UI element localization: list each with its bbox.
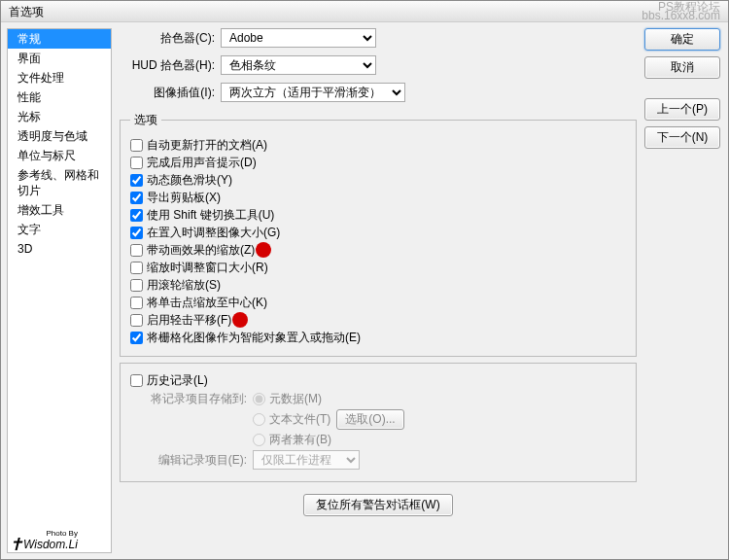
option-label: 导出剪贴板(X) bbox=[147, 189, 221, 206]
main-panel: 拾色器(C): Adobe HUD 拾色器(H): 色相条纹 图像插值(I): … bbox=[112, 22, 644, 559]
options-legend: 选项 bbox=[130, 112, 161, 128]
sidebar-item[interactable]: 常规 bbox=[8, 29, 111, 49]
sidebar-item[interactable]: 文字 bbox=[8, 220, 111, 239]
option-row: 用滚轮缩放(S) bbox=[130, 276, 626, 294]
history-radio-both[interactable] bbox=[253, 434, 265, 446]
option-label: 自动更新打开的文档(A) bbox=[147, 136, 267, 154]
option-row: 使用 Shift 键切换工具(U) bbox=[130, 206, 626, 224]
option-checkbox[interactable] bbox=[130, 227, 143, 239]
option-row: 完成后用声音提示(D) bbox=[130, 154, 626, 171]
option-label: 将栅格化图像作为智能对象置入或拖动(E) bbox=[147, 329, 361, 346]
category-sidebar: 常规界面文件处理性能光标透明度与色域单位与标尺参考线、网格和切片增效工具文字3D bbox=[7, 28, 112, 553]
history-checkbox[interactable] bbox=[130, 374, 143, 387]
option-label: 带动画效果的缩放(Z) bbox=[147, 241, 255, 259]
option-checkbox[interactable] bbox=[130, 157, 143, 169]
option-row: 缩放时调整窗口大小(R) bbox=[130, 259, 626, 276]
preferences-window: 首选项 PS教程论坛 bbs.16xx8.com 常规界面文件处理性能光标透明度… bbox=[0, 0, 729, 560]
option-row: 将栅格化图像作为智能对象置入或拖动(E) bbox=[130, 329, 626, 346]
option-checkbox[interactable] bbox=[130, 314, 143, 327]
sidebar-item[interactable]: 界面 bbox=[8, 49, 111, 68]
option-checkbox[interactable] bbox=[130, 297, 143, 309]
option-checkbox[interactable] bbox=[130, 332, 143, 344]
option-row: 导出剪贴板(X) bbox=[130, 189, 626, 206]
sidebar-item[interactable]: 3D bbox=[8, 239, 111, 259]
sidebar-item[interactable]: 性能 bbox=[8, 88, 111, 107]
option-row: 在置入时调整图像大小(G) bbox=[130, 224, 626, 241]
signature: Photo By ✝Wisdom.Li bbox=[9, 529, 78, 555]
option-label: 使用 Shift 键切换工具(U) bbox=[147, 206, 274, 224]
option-label: 缩放时调整窗口大小(R) bbox=[147, 259, 268, 276]
sidebar-item[interactable]: 透明度与色域 bbox=[8, 126, 111, 146]
history-edit-select[interactable]: 仅限工作进程 bbox=[253, 450, 360, 470]
history-fieldset: 历史记录(L) 将记录项目存储到: 元数据(M) 文本文件(T) 选取(O)..… bbox=[120, 363, 637, 482]
option-checkbox[interactable] bbox=[130, 262, 143, 274]
hud-picker-label: HUD 拾色器(H): bbox=[120, 57, 215, 74]
option-row: 带动画效果的缩放(Z) bbox=[130, 241, 626, 259]
sidebar-item[interactable]: 参考线、网格和切片 bbox=[8, 165, 111, 200]
annotation-dot bbox=[256, 242, 271, 258]
hud-picker-select[interactable]: 色相条纹 bbox=[221, 55, 376, 75]
option-checkbox[interactable] bbox=[130, 174, 143, 187]
cancel-button[interactable]: 取消 bbox=[644, 56, 720, 79]
options-fieldset: 选项 自动更新打开的文档(A)完成后用声音提示(D)动态颜色滑块(Y)导出剪贴板… bbox=[120, 112, 637, 357]
ok-button[interactable]: 确定 bbox=[644, 28, 720, 51]
sidebar-item[interactable]: 单位与标尺 bbox=[8, 146, 111, 165]
interpolation-select[interactable]: 两次立方（适用于平滑渐变） bbox=[221, 83, 405, 102]
history-choose-button[interactable]: 选取(O)... bbox=[336, 409, 403, 430]
color-picker-label: 拾色器(C): bbox=[120, 30, 215, 47]
option-row: 将单击点缩放至中心(K) bbox=[130, 294, 626, 311]
option-label: 完成后用声音提示(D) bbox=[147, 154, 257, 171]
option-label: 在置入时调整图像大小(G) bbox=[147, 224, 280, 241]
history-edit-label: 编辑记录项目(E): bbox=[130, 452, 247, 469]
sidebar-item[interactable]: 光标 bbox=[8, 107, 111, 126]
color-picker-select[interactable]: Adobe bbox=[221, 28, 376, 48]
interpolation-label: 图像插值(I): bbox=[120, 85, 215, 101]
titlebar: 首选项 PS教程论坛 bbs.16xx8.com bbox=[1, 1, 728, 22]
option-label: 将单击点缩放至中心(K) bbox=[147, 294, 267, 311]
history-radio-text[interactable] bbox=[253, 413, 265, 426]
option-row: 启用轻击平移(F) bbox=[130, 311, 626, 329]
option-label: 用滚轮缩放(S) bbox=[147, 276, 221, 294]
history-radio-meta[interactable] bbox=[253, 393, 265, 405]
option-checkbox[interactable] bbox=[130, 139, 143, 152]
option-label: 启用轻击平移(F) bbox=[147, 311, 231, 329]
option-checkbox[interactable] bbox=[130, 209, 143, 222]
option-checkbox[interactable] bbox=[130, 244, 143, 257]
sidebar-item[interactable]: 文件处理 bbox=[8, 68, 111, 88]
history-saveto-label: 将记录项目存储到: bbox=[130, 391, 247, 407]
next-button[interactable]: 下一个(N) bbox=[644, 126, 720, 149]
history-label: 历史记录(L) bbox=[147, 371, 208, 389]
annotation-dot bbox=[232, 312, 248, 328]
prev-button[interactable]: 上一个(P) bbox=[644, 98, 720, 121]
window-body: 常规界面文件处理性能光标透明度与色域单位与标尺参考线、网格和切片增效工具文字3D… bbox=[1, 22, 728, 559]
right-button-bar: 确定 取消 上一个(P) 下一个(N) bbox=[644, 22, 728, 559]
sidebar-item[interactable]: 增效工具 bbox=[8, 200, 111, 220]
option-row: 自动更新打开的文档(A) bbox=[130, 136, 626, 154]
option-checkbox[interactable] bbox=[130, 192, 143, 204]
reset-warnings-button[interactable]: 复位所有警告对话框(W) bbox=[303, 494, 452, 516]
option-row: 动态颜色滑块(Y) bbox=[130, 171, 626, 189]
option-checkbox[interactable] bbox=[130, 279, 143, 292]
option-label: 动态颜色滑块(Y) bbox=[147, 171, 232, 189]
watermark: PS教程论坛 bbs.16xx8.com bbox=[642, 3, 720, 20]
window-title: 首选项 bbox=[9, 5, 44, 18]
